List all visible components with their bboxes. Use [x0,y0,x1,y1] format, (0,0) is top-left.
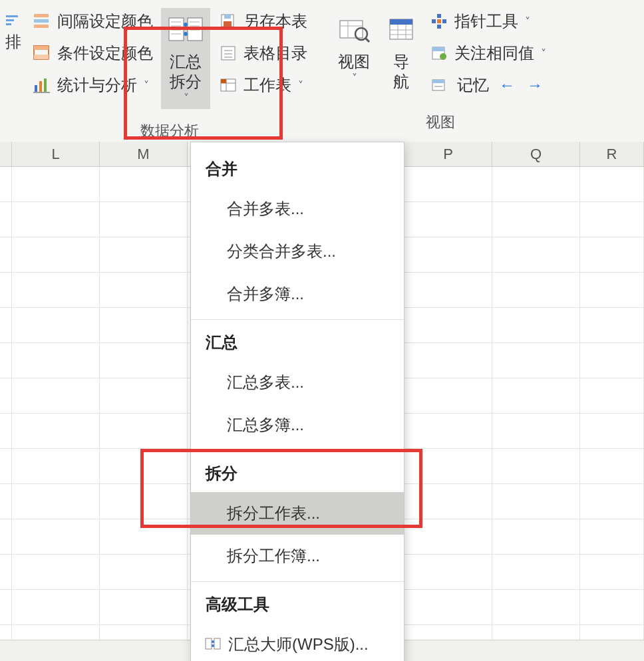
column-header[interactable]: R [580,142,644,167]
dd-item-summary-sheets[interactable]: 汇总多表... [191,361,404,404]
svg-rect-25 [224,21,232,27]
svg-point-22 [184,23,188,27]
separator [191,450,404,451]
svg-rect-11 [44,78,47,92]
conditional-color-button[interactable]: 条件设定颜色 [27,40,158,66]
svg-rect-57 [206,638,212,649]
dd-section-merge: 合并 [191,150,404,188]
ribbon-group-view: 视图 ˅ 导航 指针工具 ˅ [325,0,556,142]
svg-rect-52 [432,47,444,51]
sort-icon [3,12,23,32]
summary-split-button[interactable]: 汇总拆分 ˅ [161,8,210,109]
svg-rect-10 [39,81,42,92]
sheet-toc-button[interactable]: 表格目录 [213,40,313,66]
svg-rect-1 [6,19,14,21]
summary-split-icon [204,636,222,653]
dd-item-split-sheet[interactable]: 拆分工作表... [191,492,404,535]
dd-section-advanced: 高级工具 [191,586,404,623]
condition-color-icon [32,43,52,63]
group-label-view: 视图 [325,108,556,142]
svg-rect-47 [432,19,436,23]
interval-color-button[interactable]: 间隔设定颜色 [27,8,158,35]
chevron-down-icon: ˅ [298,79,303,92]
svg-rect-50 [437,19,441,23]
worksheet-icon [218,75,238,95]
ribbon: 排 间隔设定颜色 条件设定颜色 [0,0,644,142]
column-header[interactable]: L [12,142,100,167]
dd-item-merge-by-category[interactable]: 分类合并多表... [191,230,404,273]
summary-split-icon [168,12,204,48]
svg-rect-55 [432,80,444,83]
nav-button[interactable]: 导航 [381,8,421,96]
dd-item-master[interactable]: 汇总大师(WPS版)... [191,623,404,661]
toc-icon [218,43,238,63]
column-header[interactable]: Q [492,142,580,167]
column-header-partial[interactable] [0,142,12,167]
chevron-down-icon: ˅ [144,79,149,92]
view-icon [336,12,372,48]
dd-item-split-workbook[interactable]: 拆分工作簿... [191,535,404,577]
grid-color-icon [32,11,52,31]
ribbon-group-data-analysis: 间隔设定颜色 条件设定颜色 统计与分析 ˅ [23,0,317,142]
svg-rect-49 [437,25,441,29]
svg-rect-34 [221,79,226,83]
svg-rect-48 [442,19,446,23]
worksheet-button[interactable]: 工作表 ˅ [213,72,313,98]
svg-rect-41 [390,19,412,25]
chevron-down-icon: ˅ [184,92,189,105]
svg-rect-35 [340,21,363,38]
column-header[interactable]: M [100,142,188,167]
chevron-down-icon: ˅ [525,15,530,28]
svg-rect-7 [34,46,49,50]
chevron-down-icon: ˅ [541,47,546,60]
svg-rect-3 [34,14,49,17]
column-header[interactable]: P [404,142,492,167]
summary-split-dropdown: 合并 合并多表... 分类合并多表... 合并多簿... 汇总 汇总多表... … [190,142,404,661]
stats-icon [32,75,52,95]
svg-point-59 [212,640,214,643]
dd-item-merge-sheets[interactable]: 合并多表... [191,188,404,230]
svg-rect-4 [34,19,49,23]
ribbon-group-partial: 排 [0,0,23,142]
pointer-icon [429,11,449,31]
save-sheet-button[interactable]: 另存本表 [213,8,313,35]
pointer-tools-button[interactable]: 指针工具 ˅ [424,8,552,35]
group-label-data [0,128,23,142]
dd-section-summary: 汇总 [191,324,404,361]
focus-same-button[interactable]: 关注相同值 ˅ [424,40,552,66]
memory-next-button[interactable]: → [525,75,545,95]
separator [191,319,404,320]
focus-icon [429,43,449,63]
svg-rect-8 [34,55,49,59]
separator [191,581,404,582]
svg-rect-18 [188,18,202,41]
svg-point-60 [212,644,214,647]
svg-rect-58 [214,638,220,649]
svg-rect-9 [35,85,37,92]
svg-line-39 [365,38,369,42]
chevron-down-icon: ˅ [352,72,357,85]
stats-button[interactable]: 统计与分析 ˅ [27,72,158,98]
save-icon [218,11,238,31]
color-stack: 间隔设定颜色 条件设定颜色 统计与分析 ˅ [27,8,158,98]
svg-rect-27 [222,47,235,60]
memory-prev-button[interactable]: ← [497,75,517,95]
sort-button-partial[interactable]: 排 [4,8,23,56]
view-stack: 指针工具 ˅ 关注相同值 ˅ 记忆 ← → [424,8,552,98]
memory-button[interactable]: 记忆 ← → [424,72,552,98]
sheet-stack: 另存本表 表格目录 工作表 ˅ [213,8,313,98]
view-button[interactable]: 视图 ˅ [329,8,379,89]
svg-rect-26 [224,15,231,19]
svg-rect-46 [437,14,441,18]
summary-split-label: 汇总拆分 [166,52,205,92]
dd-item-summary-workbooks[interactable]: 汇总多簿... [191,404,404,446]
svg-rect-5 [34,25,49,28]
svg-point-23 [184,32,188,36]
svg-point-53 [440,53,446,60]
dd-section-split: 拆分 [191,455,404,492]
memory-icon [429,75,449,95]
svg-rect-13 [169,18,184,41]
dd-item-merge-workbooks[interactable]: 合并多簿... [191,273,404,315]
svg-rect-0 [6,15,18,17]
nav-icon [383,12,419,48]
